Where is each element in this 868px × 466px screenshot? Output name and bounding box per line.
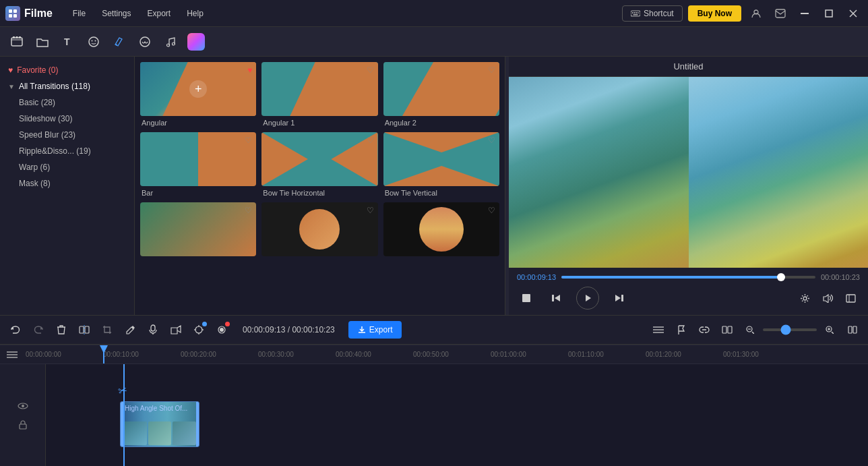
svg-rect-16 xyxy=(11,38,22,46)
seek-thumb[interactable] xyxy=(777,273,785,281)
menu-help[interactable]: Help xyxy=(180,6,210,21)
shortcut-button[interactable]: Shortcut xyxy=(622,5,683,22)
fullscreen-icon[interactable] xyxy=(841,289,860,308)
delete-button[interactable] xyxy=(51,320,71,340)
tool-folder[interactable] xyxy=(31,30,54,53)
tool-sticker[interactable] xyxy=(133,30,156,53)
next-frame-button[interactable] xyxy=(610,289,629,308)
mail-icon[interactable] xyxy=(771,4,790,23)
svg-point-37 xyxy=(803,297,807,300)
menu-file[interactable]: File xyxy=(66,6,92,21)
effects-button[interactable] xyxy=(189,320,209,340)
heart-icon-angular1[interactable]: ♡ xyxy=(367,65,374,75)
maximize-button[interactable] xyxy=(819,4,838,23)
tool-emoji[interactable] xyxy=(82,30,105,53)
left-panel: ♥ Favorite (0) ▼ All Transitions (118) B… xyxy=(0,57,135,315)
sidebar-item-basic[interactable]: Basic (28) xyxy=(0,94,134,111)
track-options-button[interactable] xyxy=(648,320,669,340)
heart-icon-9[interactable]: ♡ xyxy=(488,206,495,215)
flag-button[interactable] xyxy=(671,320,691,340)
transition-thumb-bar: ♡ xyxy=(140,132,256,186)
titlebar: Filme File Settings Export Help Shortcut… xyxy=(0,0,868,27)
microphone-button[interactable] xyxy=(143,320,163,340)
transition-card-7[interactable]: ♡ xyxy=(140,202,256,259)
transition-card-bar[interactable]: ♡ Bar xyxy=(140,132,256,197)
link-button[interactable] xyxy=(694,320,714,340)
heart-icon-bowtie-h[interactable]: ♡ xyxy=(367,136,374,145)
all-transitions-label: All Transitions (118) xyxy=(19,82,90,91)
crop-button[interactable] xyxy=(97,320,117,340)
sidebar-item-slideshow[interactable]: Slideshow (30) xyxy=(0,111,134,127)
export-icon xyxy=(358,326,366,334)
svg-rect-13 xyxy=(826,10,832,17)
plus-zoom-button[interactable] xyxy=(819,320,840,340)
sidebar-item-mask[interactable]: Mask (8) xyxy=(0,175,134,192)
ruler-mark-7: 00:01:10:00 xyxy=(568,351,604,358)
preview-panel: Untitled 00:00:09:13 00:00:10:23 xyxy=(509,57,868,315)
transition-card-8[interactable]: ♡ xyxy=(261,202,377,259)
buy-now-button[interactable]: Buy Now xyxy=(688,5,741,22)
camera-button[interactable] xyxy=(166,320,186,340)
tool-gradient[interactable] xyxy=(185,30,208,53)
lock-toggle[interactable] xyxy=(16,417,30,432)
split-button[interactable] xyxy=(74,320,94,340)
favorite-item[interactable]: ♥ Favorite (0) xyxy=(0,62,134,78)
volume-icon[interactable] xyxy=(818,289,837,308)
svg-rect-9 xyxy=(633,14,638,16)
transition-label-angular1: Angular 1 xyxy=(261,119,377,127)
transition-card-bowtie-v[interactable]: ♡ Bow Tie Vertical xyxy=(383,132,499,197)
menu-settings[interactable]: Settings xyxy=(95,6,137,21)
heart-icon-8[interactable]: ♡ xyxy=(367,206,374,215)
play-button[interactable] xyxy=(576,287,599,310)
add-icon-angular[interactable]: + xyxy=(189,80,207,98)
video-clip[interactable]: High Angle Shot Of... xyxy=(120,401,199,447)
sidebar-item-ripple[interactable]: Ripple&Disso... (19) xyxy=(0,143,134,159)
prev-frame-button[interactable] xyxy=(547,289,565,308)
settings-icon[interactable] xyxy=(795,289,814,308)
clip-handle-right[interactable] xyxy=(196,402,199,446)
all-transitions-item[interactable]: ▼ All Transitions (118) xyxy=(0,78,134,94)
user-icon[interactable] xyxy=(747,4,766,23)
seek-bar[interactable] xyxy=(561,276,815,279)
menu-export[interactable]: Export xyxy=(141,6,178,21)
favorite-label: Favorite (0) xyxy=(17,65,58,75)
minus-zoom-button[interactable] xyxy=(740,320,760,340)
transition-card-angular2[interactable]: ♡ Angular 2 xyxy=(383,62,499,127)
export-button[interactable]: Export xyxy=(348,321,402,339)
transition-thumb-bowtie-h: ♡ xyxy=(261,132,377,186)
edit-button[interactable] xyxy=(120,320,140,340)
heart-icon-bar[interactable]: ♡ xyxy=(245,136,252,145)
svg-line-65 xyxy=(832,332,834,334)
zoom-slider[interactable] xyxy=(763,328,817,331)
playhead[interactable] xyxy=(103,345,104,363)
playhead-track: ✂ xyxy=(123,364,125,466)
close-button[interactable] xyxy=(844,4,863,23)
transition-card-angular1[interactable]: ♡ Angular 1 xyxy=(261,62,377,127)
heart-icon-angular2[interactable]: ♡ xyxy=(488,65,495,75)
split2-button[interactable] xyxy=(717,320,737,340)
svg-rect-5 xyxy=(632,12,633,13)
fullscreen-timeline-button[interactable] xyxy=(842,320,863,340)
heart-icon-angular[interactable]: ♥ xyxy=(247,65,252,75)
sidebar-item-warp[interactable]: Warp (6) xyxy=(0,159,134,175)
tool-music[interactable] xyxy=(159,30,182,53)
tool-pen[interactable] xyxy=(108,30,131,53)
ruler-mark-5: 00:00:50:00 xyxy=(413,351,449,358)
minimize-button[interactable] xyxy=(795,4,814,23)
transition-card-bowtie-h[interactable]: ♡ Bow Tie Horizontal xyxy=(261,132,377,197)
hamburger-menu[interactable] xyxy=(3,345,22,364)
undo-button[interactable] xyxy=(5,320,26,340)
transition-card-angular[interactable]: ♥ + Angular xyxy=(140,62,256,127)
heart-icon-7[interactable]: ♡ xyxy=(245,206,252,215)
stop-button[interactable] xyxy=(517,289,536,308)
transition-thumb-9: ♡ xyxy=(383,202,499,256)
tool-media[interactable] xyxy=(5,30,28,53)
sidebar-item-speed-blur[interactable]: Speed Blur (23) xyxy=(0,127,134,143)
scissors-icon: ✂ xyxy=(117,384,128,399)
heart-icon-bowtie-v[interactable]: ♡ xyxy=(488,136,495,145)
visibility-toggle[interactable] xyxy=(16,399,30,413)
redo-button[interactable] xyxy=(28,320,49,340)
tool-text[interactable]: T xyxy=(57,30,80,53)
record-button[interactable] xyxy=(212,320,232,340)
transition-card-9[interactable]: ♡ xyxy=(383,202,499,259)
